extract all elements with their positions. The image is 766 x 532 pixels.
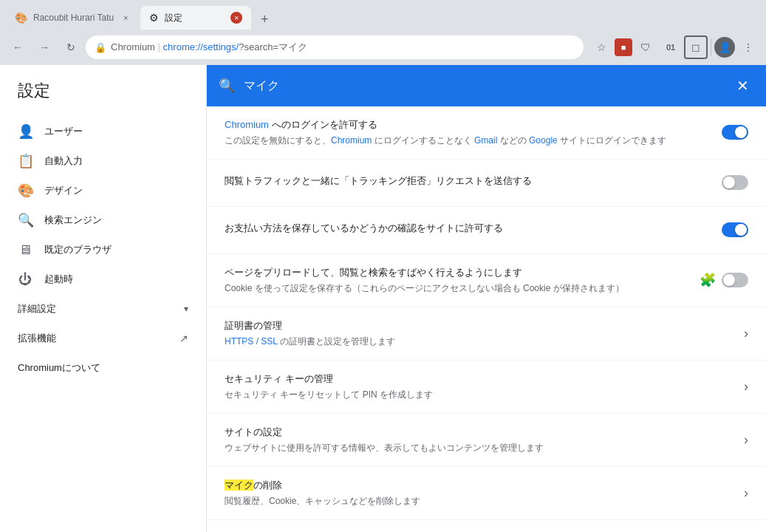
setting-clear-data-content: マイクの削除 閲覧履歴、Cookie、キャッシュなどを削除します <box>225 479 732 508</box>
red-square-icon: ■ <box>621 43 626 52</box>
setting-chromium-login-title: Chromium へのログインを許可する <box>225 118 710 132</box>
back-button[interactable]: ← <box>6 35 30 59</box>
sidebar-item-design[interactable]: 🎨 デザイン <box>0 176 206 205</box>
default-browser-icon: 🖥 <box>18 242 33 258</box>
search-input[interactable] <box>244 79 722 92</box>
toggle-tracking-switch[interactable] <box>722 175 748 190</box>
reload-button[interactable]: ↻ <box>59 35 83 59</box>
setting-chromium-login-desc: この設定を無効にすると、Chromium にログインすることなく Gmail な… <box>225 134 710 147</box>
menu-button[interactable]: ⋮ <box>736 35 760 59</box>
sidebar-item-users[interactable]: 👤 ユーザー <box>0 117 206 146</box>
back-icon: ← <box>13 41 23 53</box>
profile-button[interactable]: 👤 <box>714 37 735 58</box>
search-icon: 🔍 <box>219 78 235 94</box>
tab-racoubit[interactable]: 🎨 Racoubit Hurari Tatu × <box>6 6 140 30</box>
bookmark-button[interactable]: ☆ <box>589 35 613 59</box>
setting-preload: ページをプリロードして、閲覧と検索をすばやく行えるようにします Cookie を… <box>207 254 766 307</box>
forward-button[interactable]: → <box>33 35 56 59</box>
setting-certificates[interactable]: 証明書の管理 HTTPS / SSL の証明書と設定を管理します › <box>207 307 766 361</box>
certificates-arrow: › <box>744 326 748 341</box>
address-bar: ← → ↻ 🔒 Chromium | chrome://settings/?se… <box>0 30 766 65</box>
sidebar-label-default-browser: 既定のブラウザ <box>44 243 188 256</box>
address-input[interactable]: 🔒 Chromium | chrome://settings/?search=マ… <box>86 35 584 59</box>
sidebar-item-default-browser[interactable]: 🖥 既定のブラウザ <box>0 235 206 265</box>
security-keys-arrow-icon: › <box>744 379 748 394</box>
security-keys-arrow: › <box>744 379 748 395</box>
setting-clear-data-desc: 閲覧履歴、Cookie、キャッシュなどを削除します <box>225 495 732 508</box>
setting-security-keys-desc: セキュリティ キーをリセットして PIN を作成します <box>225 389 732 401</box>
toggle-payment-knob <box>735 224 747 236</box>
address-url-prefix: chrome://settings/ <box>163 41 239 52</box>
setting-tracking: 閲覧トラフィックと一緒に「トラッキング拒否」リクエストを送信する <box>207 160 766 207</box>
tab-bar: 🎨 Racoubit Hurari Tatu × ⚙ 設定 × + <box>0 0 766 30</box>
setting-payment: お支払い方法を保存しているかどうかの確認をサイトに許可する <box>207 207 766 254</box>
setting-preload-desc: Cookie を使って設定を保存する（これらのページにアクセスしない場合も Co… <box>225 282 688 295</box>
sidebar-item-extensions[interactable]: 拡張機能 ↗ <box>0 324 206 353</box>
sidebar-item-about[interactable]: Chromiumについて <box>0 353 206 383</box>
sidebar-label-search-engine: 検索エンジン <box>44 214 188 227</box>
tab-settings[interactable]: ⚙ 設定 × <box>140 6 251 30</box>
address-text: Chromium | chrome://settings/?search=マイク <box>111 41 307 54</box>
sidebar-label-extensions: 拡張機能 <box>18 332 168 345</box>
sidebar-nav: 👤 ユーザー 📋 自動入力 🎨 デザイン 🔍 検索エンジン 🖥 既定のブラウザ … <box>0 117 206 532</box>
external-link-icon: ↗ <box>179 332 188 344</box>
address-brand: Chromium <box>111 41 155 52</box>
tab-favicon-1: 🎨 <box>15 12 27 24</box>
sidebar-label-design: デザイン <box>44 184 188 197</box>
settings-title: 設定 <box>0 65 206 117</box>
red-square-button[interactable]: ■ <box>615 38 632 56</box>
setting-chromium-login: Chromium へのログインを許可する この設定を無効にすると、Chromiu… <box>207 106 766 160</box>
sidebar-item-advanced[interactable]: 詳細設定 ▾ <box>0 294 206 324</box>
new-tab-button[interactable]: + <box>254 9 275 30</box>
tab-title-2: 設定 <box>165 12 225 24</box>
setting-security-keys[interactable]: セキュリティ キーの管理 セキュリティ キーをリセットして PIN を作成します… <box>207 361 766 414</box>
sidebar-item-search-engine[interactable]: 🔍 検索エンジン <box>0 205 206 235</box>
toggle-preload-knob <box>723 274 735 286</box>
tab-favicon-2: ⚙ <box>149 12 159 24</box>
forward-icon: → <box>39 41 49 53</box>
toggle-preload[interactable] <box>722 273 748 287</box>
sidebar-label-users: ユーザー <box>44 125 188 138</box>
setting-security-keys-title: セキュリティ キーの管理 <box>225 372 732 386</box>
toggle-preload-switch[interactable] <box>722 273 748 287</box>
toggle-chromium-login-knob <box>735 126 747 138</box>
toggle-payment[interactable] <box>722 222 748 237</box>
toggle-chromium-login-switch[interactable] <box>722 125 748 140</box>
setting-payment-title: お支払い方法を保存しているかどうかの確認をサイトに許可する <box>225 222 710 235</box>
badge-button[interactable]: 01 <box>659 35 683 59</box>
setting-site-settings[interactable]: サイトの設定 ウェブサイトに使用を許可する情報や、表示してもよいコンテンツを管理… <box>207 414 766 467</box>
toggle-chromium-login[interactable] <box>722 125 748 140</box>
advanced-arrow-icon: ▾ <box>184 304 188 314</box>
search-bar: 🔍 ✕ <box>207 65 766 106</box>
search-clear-button[interactable]: ✕ <box>731 74 754 98</box>
tab-close-2[interactable]: × <box>230 12 242 24</box>
sidebar-item-autofill[interactable]: 📋 自動入力 <box>0 146 206 176</box>
https-link: HTTPS / SSL <box>225 336 278 347</box>
settings-list: Chromium へのログインを許可する この設定を無効にすると、Chromiu… <box>207 106 766 520</box>
shield-button[interactable]: 🛡 <box>634 35 657 59</box>
toggle-payment-switch[interactable] <box>722 222 748 237</box>
clear-data-arrow: › <box>744 485 748 501</box>
chromium-login-link[interactable]: Chromium <box>225 119 269 130</box>
address-url-suffix: ?search=マイク <box>239 41 307 52</box>
shield-icon: 🛡 <box>640 41 651 53</box>
main-content: 🔍 ✕ Chromium へのログインを許可する この設定を無効にすると、Chr… <box>207 65 766 532</box>
autofill-icon: 📋 <box>18 153 33 169</box>
sidebar-label-startup: 起動時 <box>44 273 188 286</box>
sidebar-label-about: Chromiumについて <box>18 361 188 375</box>
settings-container: 設定 👤 ユーザー 📋 自動入力 🎨 デザイン 🔍 検索エンジン 🖥 既定のブラ… <box>0 65 766 532</box>
sidebar-item-startup[interactable]: ⏻ 起動時 <box>0 265 206 294</box>
site-settings-arrow-icon: › <box>744 432 748 447</box>
setting-certificates-title: 証明書の管理 <box>225 319 732 332</box>
setting-clear-data[interactable]: マイクの削除 閲覧履歴、Cookie、キャッシュなどを削除します › <box>207 467 766 520</box>
extension-button[interactable]: ◻ <box>684 35 708 59</box>
toggle-tracking[interactable] <box>722 175 748 190</box>
tab-close-1[interactable]: × <box>120 12 131 24</box>
setting-site-settings-title: サイトの設定 <box>225 426 732 439</box>
extension-icon: ◻ <box>691 41 700 53</box>
gmail-link: Gmail <box>474 135 497 146</box>
setting-site-settings-content: サイトの設定 ウェブサイトに使用を許可する情報や、表示してもよいコンテンツを管理… <box>225 426 732 454</box>
setting-security-keys-content: セキュリティ キーの管理 セキュリティ キーをリセットして PIN を作成します <box>225 372 732 401</box>
setting-clear-data-title: マイクの削除 <box>225 479 732 492</box>
profile-icon: 👤 <box>719 41 731 53</box>
